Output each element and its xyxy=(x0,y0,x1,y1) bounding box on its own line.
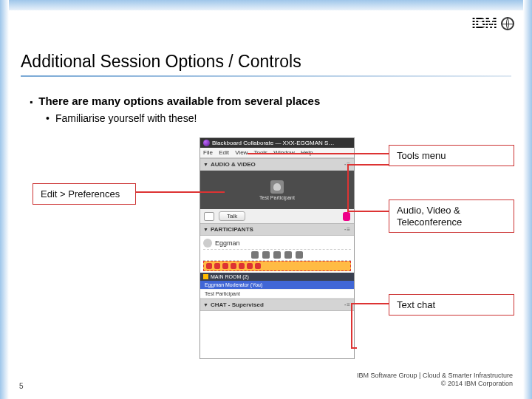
connector-line xyxy=(347,164,349,211)
room-body: Eggman Moderator (You) Test Participant xyxy=(200,281,354,299)
page-number: 5 xyxy=(19,382,24,390)
bullet-main: There are many options available from se… xyxy=(30,95,320,107)
callout-edit-preferences: Edit > Preferences xyxy=(33,183,136,205)
participant-status-icons xyxy=(203,249,351,261)
chevron-down-icon: ▼ xyxy=(203,227,208,232)
brand-logo: IBM xyxy=(471,15,514,32)
perm-icon xyxy=(247,263,253,269)
connector-line xyxy=(347,211,389,212)
perm-icon xyxy=(239,263,245,269)
title-rule xyxy=(21,75,511,77)
globe-icon xyxy=(501,17,514,30)
perm-icon xyxy=(214,263,220,269)
video-user-label: Test Participant xyxy=(259,195,295,200)
panel-title-chat: CHAT - Supervised xyxy=(211,301,264,308)
connector-line xyxy=(347,164,389,166)
panel-menu-icon[interactable]: ·≡ xyxy=(344,226,351,233)
panel-menu-icon[interactable]: ·≡ xyxy=(344,301,351,308)
mic-button[interactable] xyxy=(343,212,350,221)
status-icon xyxy=(262,251,270,259)
chevron-down-icon: ▼ xyxy=(203,162,208,167)
avatar-placeholder-icon xyxy=(270,180,284,194)
bullet-sub: Familiarise yourself with these! xyxy=(46,112,197,124)
perm-icon xyxy=(231,263,236,269)
video-area: Test Participant xyxy=(200,171,354,209)
perm-icon xyxy=(255,263,261,269)
panel-header-audio-video[interactable]: ▼ AUDIO & VIDEO ·≡ xyxy=(200,158,354,171)
main-room-label: MAIN ROOM (2) xyxy=(211,274,249,279)
menu-edit[interactable]: Edit xyxy=(219,149,229,156)
status-icon xyxy=(296,251,303,259)
connector-line xyxy=(248,153,389,154)
participant-name: Eggman xyxy=(215,239,240,247)
callout-tools-menu: Tools menu xyxy=(389,145,514,166)
status-icon xyxy=(273,251,281,259)
connector-line xyxy=(351,303,389,304)
connector-line xyxy=(351,347,357,349)
talk-row: Talk xyxy=(200,209,354,223)
collaborate-app-screenshot: Blackboard Collaborate — XXX-EGGMAN S… F… xyxy=(200,137,355,359)
talk-button[interactable]: Talk xyxy=(219,211,245,221)
status-icon xyxy=(251,251,259,259)
ibm-wordmark: IBM xyxy=(471,15,497,32)
callout-av-teleconference: Audio, Video & Teleconference xyxy=(389,200,514,233)
person-icon xyxy=(203,239,212,248)
menu-view[interactable]: View xyxy=(235,149,248,156)
room-square-icon xyxy=(203,274,208,279)
callout-text-chat: Text chat xyxy=(389,294,514,316)
participant-row[interactable]: Eggman xyxy=(203,237,351,249)
app-window-title: Blackboard Collaborate — XXX-EGGMAN S… xyxy=(212,140,334,146)
menu-file[interactable]: File xyxy=(203,149,213,156)
footer-copyright: © 2014 IBM Corporation xyxy=(357,380,513,389)
panel-title-av: AUDIO & VIDEO xyxy=(211,161,256,168)
app-orb-icon xyxy=(203,140,210,146)
perm-icon xyxy=(206,263,212,269)
room-row-participant[interactable]: Test Participant xyxy=(200,290,354,299)
footer-group: IBM Software Group | Cloud & Smarter Inf… xyxy=(357,372,513,381)
connector-line xyxy=(351,303,352,347)
main-room-header[interactable]: MAIN ROOM (2) xyxy=(200,273,354,281)
panel-header-participants[interactable]: ▼ PARTICIPANTS ·≡ xyxy=(200,223,354,236)
participants-body: Eggman xyxy=(200,236,354,273)
panel-header-chat[interactable]: ▼ CHAT - Supervised ·≡ xyxy=(200,299,354,311)
panel-title-participants: PARTICIPANTS xyxy=(211,226,253,233)
permission-row xyxy=(203,261,351,271)
status-icon xyxy=(284,251,292,259)
perm-icon xyxy=(222,263,228,269)
page-title: Additional Session Options / Controls xyxy=(21,52,301,72)
connector-line xyxy=(136,191,225,193)
room-row-moderator[interactable]: Eggman Moderator (You) xyxy=(200,281,354,290)
app-titlebar: Blackboard Collaborate — XXX-EGGMAN S… xyxy=(200,138,354,148)
chevron-down-icon: ▼ xyxy=(203,302,208,307)
camera-button[interactable] xyxy=(204,212,214,221)
footer-right: IBM Software Group | Cloud & Smarter Inf… xyxy=(357,372,513,389)
chat-body xyxy=(200,311,354,358)
